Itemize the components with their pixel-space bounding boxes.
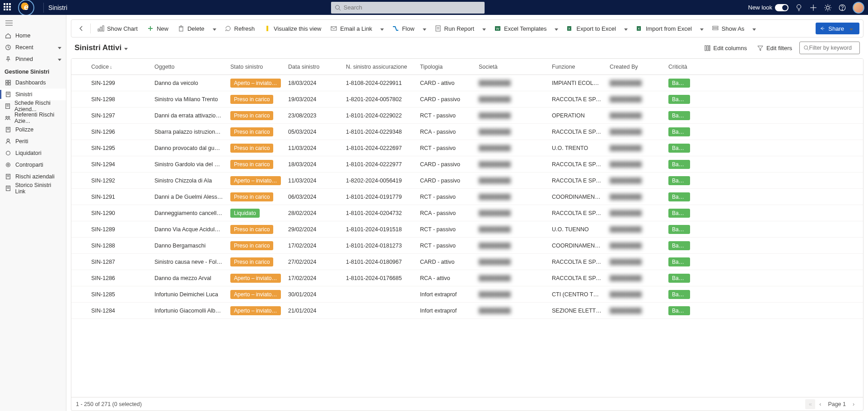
report-dropdown[interactable] bbox=[480, 25, 489, 32]
share-button[interactable]: Share bbox=[816, 23, 859, 34]
sidebar-item-home[interactable]: Home bbox=[0, 30, 66, 42]
user-avatar[interactable] bbox=[853, 2, 864, 14]
criticita-badge: Bassa bbox=[668, 241, 690, 250]
table-row[interactable]: SIN-1291Danni a De Guelmi AlessandroPres… bbox=[71, 189, 863, 205]
help-icon[interactable] bbox=[838, 4, 846, 12]
col-oggetto[interactable]: Oggetto bbox=[151, 64, 227, 70]
view-title[interactable]: Sinistri Attivi bbox=[75, 43, 128, 52]
page-first-button[interactable]: « bbox=[805, 399, 815, 409]
table-row[interactable]: SIN-1298Sinistro via Milano TrentoPreso … bbox=[71, 91, 863, 107]
delete-button[interactable]: Delete bbox=[174, 21, 208, 36]
cell-societa: ████████ bbox=[475, 194, 548, 200]
sidebar-item[interactable]: Polizze bbox=[0, 124, 66, 135]
col-societa[interactable]: Società bbox=[475, 64, 548, 70]
export-dropdown[interactable] bbox=[621, 25, 630, 32]
page-next-button[interactable]: › bbox=[849, 399, 859, 409]
add-icon[interactable] bbox=[809, 4, 817, 12]
clock-icon bbox=[5, 44, 12, 51]
cell-criticita: Bassa bbox=[665, 274, 694, 283]
svg-rect-50 bbox=[436, 26, 440, 31]
table-row[interactable]: SIN-1299Danno da veicoloAperto – inviato… bbox=[71, 75, 863, 91]
show-chart-button[interactable]: Show Chart bbox=[93, 21, 141, 36]
col-stato[interactable]: Stato sinistro bbox=[227, 64, 285, 70]
cell-societa: ████████ bbox=[475, 291, 548, 298]
share-dropdown[interactable] bbox=[847, 25, 856, 32]
table-row[interactable]: SIN-1289Danno Via Acque Acidule PeioPres… bbox=[71, 221, 863, 238]
col-num[interactable]: N. sinistro assicurazione bbox=[342, 64, 416, 70]
sidebar-item[interactable]: Periti bbox=[0, 135, 66, 147]
edit-filters-button[interactable]: Edit filters bbox=[754, 43, 795, 53]
table-row[interactable]: SIN-1292Sinistro Chizzola di AlaAperto –… bbox=[71, 173, 863, 189]
col-criticita[interactable]: Criticità bbox=[665, 64, 694, 70]
sidebar-section-title: Gestione Sinistri bbox=[0, 65, 66, 77]
sidebar-item[interactable]: Controparti bbox=[0, 159, 66, 171]
table-row[interactable]: SIN-1285Infortunio Deimichei LucaAperto … bbox=[71, 286, 863, 303]
sidebar-item[interactable]: Schede Rischi Aziend... bbox=[0, 100, 66, 112]
filter-keyword-input[interactable] bbox=[809, 45, 856, 51]
edit-columns-button[interactable]: Edit columns bbox=[701, 43, 750, 53]
table-row[interactable]: SIN-1290Danneggiamento cancello Be...Liq… bbox=[71, 205, 863, 221]
show-as-button[interactable]: Show As bbox=[708, 21, 748, 36]
cell-tipologia: CARD - passivo bbox=[416, 161, 475, 168]
table-row[interactable]: SIN-1294Sinistro Gardolo via del Piopp..… bbox=[71, 156, 863, 173]
new-button[interactable]: New bbox=[143, 21, 172, 36]
sidebar-item-recent[interactable]: Recent bbox=[0, 42, 66, 53]
svg-rect-17 bbox=[6, 83, 8, 85]
status-badge: Preso in carico bbox=[230, 192, 273, 201]
svg-rect-60 bbox=[713, 28, 718, 30]
excel-templates-dropdown[interactable] bbox=[552, 25, 561, 32]
cell-funzione: U.O. TUENNO bbox=[548, 226, 606, 233]
table-row[interactable]: SIN-1287Sinistro causa neve - FolgariaPr… bbox=[71, 254, 863, 270]
app-launcher-icon[interactable] bbox=[4, 3, 13, 12]
status-badge: Preso in carico bbox=[230, 160, 273, 169]
table-row[interactable]: SIN-1286Danno da mezzo ArvalAperto – inv… bbox=[71, 270, 863, 286]
hamburger-icon[interactable] bbox=[0, 18, 66, 30]
import-dropdown[interactable] bbox=[697, 25, 706, 32]
filter-keyword-box[interactable] bbox=[799, 42, 860, 54]
email-link-button[interactable]: Email a Link bbox=[327, 21, 376, 36]
page-prev-button[interactable]: ‹ bbox=[815, 399, 825, 409]
flow-dropdown[interactable] bbox=[420, 25, 429, 32]
excel-templates-button[interactable]: WExcel Templates bbox=[490, 21, 550, 36]
sidebar-item[interactable]: Liquidatori bbox=[0, 147, 66, 159]
app-logo[interactable]: e bbox=[18, 0, 34, 16]
global-search[interactable] bbox=[331, 2, 485, 14]
table-row[interactable]: SIN-1297Danni da errata attivazione fo..… bbox=[71, 107, 863, 124]
cell-tipologia: CARD - attivo bbox=[416, 80, 475, 86]
app-header: e Sinistri New look bbox=[0, 0, 868, 15]
table-row[interactable]: SIN-1284Infortunio Giacomolli AlbertoApe… bbox=[71, 303, 863, 319]
table-row[interactable]: SIN-1295Danno provocato dal guasto s...P… bbox=[71, 140, 863, 156]
search-input[interactable] bbox=[344, 4, 481, 11]
gear-icon[interactable] bbox=[824, 4, 832, 12]
show-as-dropdown[interactable] bbox=[750, 25, 759, 32]
sidebar-item-pinned[interactable]: Pinned bbox=[0, 53, 66, 65]
sidebar-item[interactable]: Sinistri bbox=[0, 89, 66, 100]
back-button[interactable] bbox=[75, 21, 88, 36]
visualize-button[interactable]: Visualize this view bbox=[260, 21, 325, 36]
cell-criticita: Bassa bbox=[665, 111, 694, 120]
sidebar-item[interactable]: Dashboards bbox=[0, 77, 66, 89]
new-look-label: New look bbox=[748, 4, 772, 11]
email-dropdown[interactable] bbox=[378, 25, 387, 32]
run-report-button[interactable]: Run Report bbox=[431, 21, 478, 36]
flow-button[interactable]: Flow bbox=[388, 21, 418, 36]
col-tipologia[interactable]: Tipologia bbox=[416, 64, 475, 70]
delete-dropdown[interactable] bbox=[210, 25, 219, 32]
cell-oggetto: Sinistro Gardolo via del Piopp... bbox=[151, 161, 227, 168]
import-excel-button[interactable]: XImport from Excel bbox=[632, 21, 695, 36]
cell-societa: ████████ bbox=[475, 112, 548, 119]
sidebar-item[interactable]: Referenti Rischi Azie... bbox=[0, 112, 66, 124]
refresh-button[interactable]: Refresh bbox=[221, 21, 259, 36]
table-row[interactable]: SIN-1296Sbarra palazzo istruzione Rov...… bbox=[71, 124, 863, 140]
col-code[interactable]: Codice↓ bbox=[88, 64, 151, 70]
new-look-toggle[interactable]: New look bbox=[748, 4, 789, 11]
lightbulb-icon[interactable] bbox=[795, 4, 803, 12]
cell-created-by: ████████ bbox=[606, 291, 665, 298]
col-funzione[interactable]: Funzione bbox=[548, 64, 606, 70]
table-row[interactable]: SIN-1288Danno BergamaschiPreso in carico… bbox=[71, 238, 863, 254]
sidebar-item[interactable]: Storico Sinistri Link bbox=[0, 182, 66, 194]
sidebar-item[interactable]: Rischi aziendali bbox=[0, 171, 66, 182]
export-excel-button[interactable]: XExport to Excel bbox=[563, 21, 619, 36]
col-created-by[interactable]: Created By bbox=[606, 64, 665, 70]
col-data[interactable]: Data sinistro bbox=[285, 64, 342, 70]
